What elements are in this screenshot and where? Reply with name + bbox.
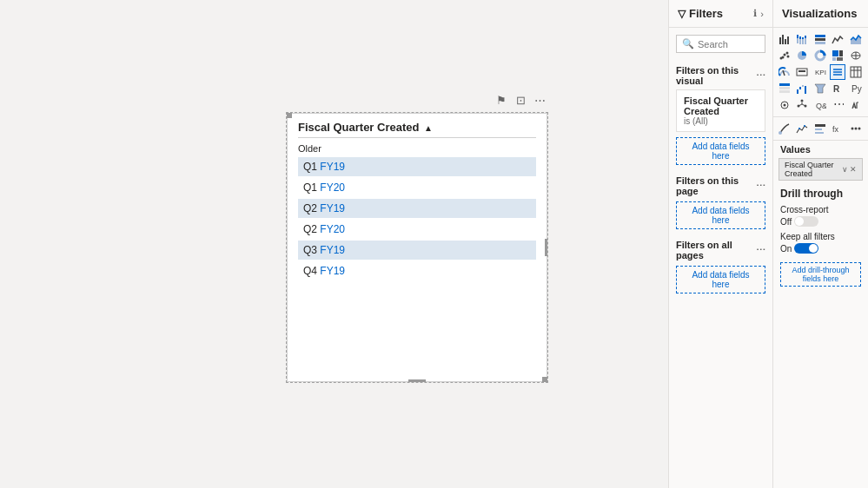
viz-icon-donut[interactable] (812, 48, 828, 63)
filter-section-page: Filters on this page ⋯ Add data fields h… (669, 170, 772, 234)
viz-field-chip[interactable]: Fiscal Quarter Created ∨ ✕ (779, 158, 863, 181)
filter-card-fiscal[interactable]: Fiscal Quarter Created is (All) (676, 89, 765, 132)
viz-values-label: Values (773, 141, 868, 156)
cross-report-toggle-track[interactable] (794, 216, 818, 227)
viz-icon-format[interactable] (848, 97, 864, 113)
add-data-page-button[interactable]: Add data fields here (676, 201, 765, 229)
filters-info-icon[interactable]: ℹ (753, 8, 757, 19)
viz-icon-matrix[interactable] (777, 81, 792, 96)
viz-icon-r-visual[interactable]: R (830, 81, 845, 96)
viz-icon-gauge[interactable] (777, 64, 792, 80)
slicer-item[interactable]: Q1 FY20 (298, 178, 536, 197)
viz-panel: Visualizations (772, 0, 868, 488)
svg-text:fx: fx (832, 125, 839, 134)
viz-icon-bar[interactable] (777, 31, 792, 47)
viz-icon-stacked-bar[interactable] (794, 31, 810, 47)
chip-remove-icon[interactable]: ✕ (850, 165, 857, 174)
more-toolbar-icon[interactable]: ⋯ (533, 93, 547, 107)
svg-rect-41 (779, 83, 790, 86)
viz-icon-card[interactable] (794, 64, 810, 80)
viz-format-extra[interactable] (848, 121, 864, 136)
slicer-item[interactable]: Q1 FY19 (298, 157, 536, 176)
viz-icon-100-bar[interactable] (812, 31, 828, 47)
svg-point-65 (798, 128, 800, 129)
viz-format-paint[interactable] (777, 121, 792, 136)
svg-text:R: R (833, 84, 840, 94)
slicer-item[interactable]: Q4 FY19 (298, 261, 536, 280)
viz-icon-qa[interactable]: Q&A (812, 97, 828, 113)
slicer-item[interactable]: Q2 FY20 (298, 220, 536, 239)
svg-rect-14 (815, 42, 825, 44)
viz-format-conditional[interactable]: fx (830, 121, 845, 136)
svg-text:Q&A: Q&A (816, 102, 826, 110)
viz-icons-grid: KPI R Py Q&A (773, 28, 868, 117)
filter-card-value: is (All) (684, 116, 758, 126)
viz-icon-area[interactable] (848, 31, 864, 47)
viz-format-grid: fx (773, 117, 868, 141)
svg-point-73 (858, 128, 860, 130)
item-suffix: FY19 (320, 161, 345, 173)
add-data-visual-button[interactable]: Add data fields here (676, 137, 765, 165)
filter-section-visual-more[interactable]: ⋯ (756, 70, 765, 82)
viz-icon-line[interactable] (830, 31, 845, 47)
svg-rect-37 (851, 67, 861, 77)
add-drill-button[interactable]: Add drill-through fields here (780, 262, 861, 287)
add-data-allpages-button[interactable]: Add data fields here (676, 266, 765, 293)
filters-expand-icon[interactable]: › (760, 9, 764, 19)
svg-rect-10 (805, 36, 806, 38)
search-input[interactable] (698, 39, 759, 49)
viz-icon-kpi[interactable]: KPI (812, 64, 828, 80)
chip-expand-icon[interactable]: ∨ (842, 165, 848, 174)
svg-rect-45 (799, 87, 801, 89)
svg-point-53 (801, 100, 804, 102)
svg-rect-9 (802, 39, 804, 44)
viz-icon-waterfall[interactable] (794, 81, 810, 96)
resize-handle-bottom[interactable] (408, 379, 426, 382)
viz-icon-funnel[interactable] (812, 81, 828, 96)
keep-filters-toggle[interactable]: On (780, 243, 861, 254)
svg-point-66 (804, 125, 805, 127)
item-prefix: Q2 (303, 202, 320, 214)
cross-report-toggle[interactable]: Off (780, 216, 861, 227)
keep-filters-toggle-track[interactable] (794, 243, 818, 254)
filter-section-page-header: Filters on this page ⋯ (676, 175, 765, 196)
drill-through-section: Drill through Cross-report Off Keep all … (773, 182, 868, 292)
viz-icon-more[interactable]: ⋯ (830, 97, 845, 113)
filter-section-allpages-more[interactable]: ⋯ (756, 245, 765, 256)
filter-section-allpages-header: Filters on all pages ⋯ (676, 240, 765, 260)
viz-icon-python[interactable]: Py (848, 81, 864, 96)
resize-handle-right[interactable] (545, 239, 547, 256)
svg-point-64 (779, 131, 782, 135)
viz-icon-table[interactable] (848, 64, 864, 80)
visual-toolbar: ⚑ ⊡ ⋯ (494, 93, 547, 107)
focus-toolbar-icon[interactable]: ⊡ (514, 93, 527, 107)
svg-rect-68 (815, 129, 822, 130)
viz-icon-slicer[interactable] (830, 64, 845, 80)
filter-funnel-icon: ▽ (678, 8, 686, 20)
viz-icon-pie[interactable] (794, 48, 810, 63)
drill-cross-report-row: Cross-report (780, 205, 861, 214)
viz-icon-map[interactable] (848, 48, 864, 63)
svg-rect-32 (798, 70, 805, 72)
svg-point-17 (784, 54, 786, 56)
filter-toolbar-icon[interactable]: ⚑ (494, 93, 508, 107)
viz-icon-ai[interactable] (777, 97, 792, 113)
viz-icon-scatter[interactable] (777, 48, 792, 63)
sort-indicator[interactable]: ▲ (424, 123, 433, 133)
viz-format-analytics[interactable] (794, 121, 810, 136)
item-prefix: Q4 (303, 265, 320, 277)
filter-card-title: Fiscal Quarter Created (684, 96, 758, 116)
resize-handle-topleft[interactable] (287, 113, 292, 118)
viz-icon-treemap[interactable] (830, 48, 845, 63)
resize-handle-corner[interactable] (542, 377, 547, 382)
viz-format-fields[interactable] (812, 121, 828, 136)
slicer-item[interactable]: Q2 FY19 (298, 199, 536, 218)
filter-search-box[interactable]: 🔍 (676, 35, 765, 53)
filter-section-page-more[interactable]: ⋯ (756, 181, 765, 192)
svg-rect-3 (787, 36, 789, 44)
viz-icon-decomp[interactable] (794, 97, 810, 113)
filters-header-icons: ℹ › (753, 8, 764, 19)
cross-report-toggle-knob (795, 217, 804, 226)
slicer-item[interactable]: Q3 FY19 (298, 241, 536, 260)
svg-rect-47 (805, 86, 806, 94)
